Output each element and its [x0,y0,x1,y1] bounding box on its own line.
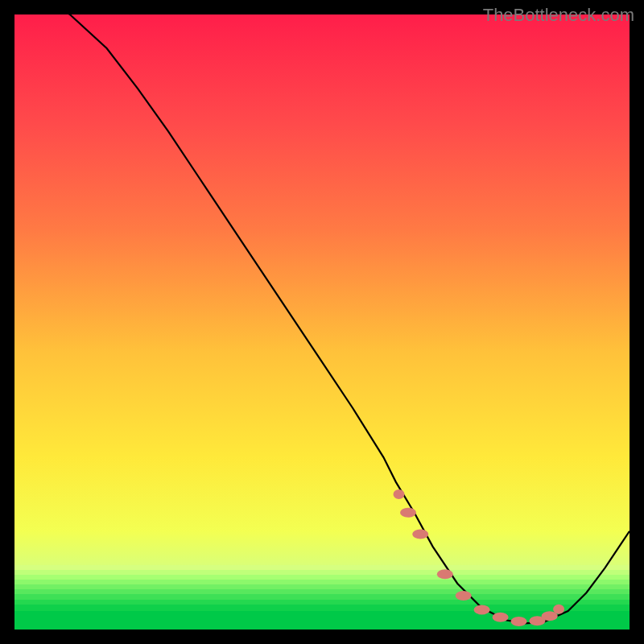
chart-svg [14,14,630,630]
marker-point [474,605,490,615]
marker-point [394,489,405,499]
bottleneck-curve [14,14,630,623]
marker-point [412,530,428,539]
marker-point [511,617,527,626]
marker-point [437,569,453,579]
watermark-text: TheBottleneck.com [483,5,634,26]
marker-point [400,508,416,518]
marker-point [493,613,509,622]
plot-area [14,14,630,630]
marker-point [553,605,564,614]
marker-point [456,591,472,601]
highlight-markers [394,489,565,626]
